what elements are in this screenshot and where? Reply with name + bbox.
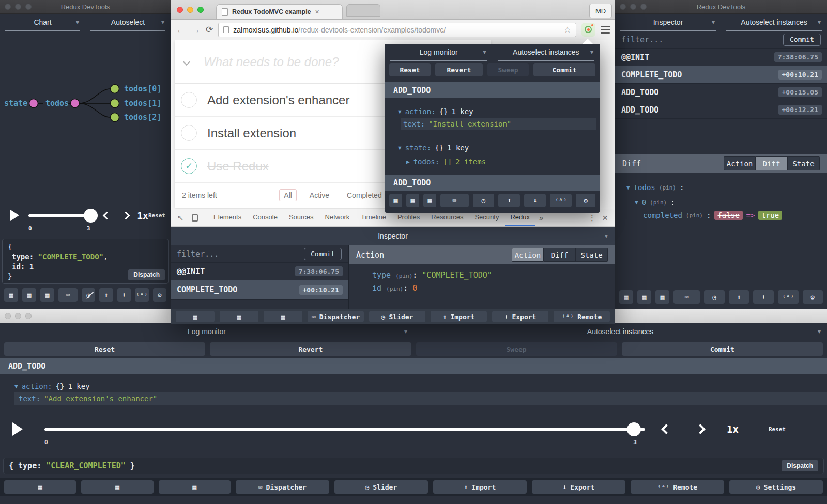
action-row[interactable]: ADD_TODO +00:12.21 xyxy=(615,101,827,119)
settings-button[interactable]: ⚙ xyxy=(803,290,823,304)
chart-node-todos[interactable] xyxy=(71,99,80,108)
tab-action[interactable]: Action xyxy=(724,156,756,170)
tab-sources[interactable]: Sources xyxy=(284,209,319,226)
commit-button[interactable]: Commit xyxy=(304,248,342,260)
remote-button[interactable]: ⁽ᴬ⁾Remote xyxy=(631,480,724,494)
dispatch-button[interactable]: Dispatch xyxy=(782,460,818,471)
action-row[interactable]: @@INIT 7:38:06.75 xyxy=(171,263,348,280)
new-todo-input[interactable]: What needs to be done? xyxy=(204,55,339,69)
minimize-window-button[interactable] xyxy=(630,4,636,10)
filter-input[interactable]: filter... xyxy=(621,35,663,44)
todo-checkbox-checked[interactable]: ✓ xyxy=(181,158,197,174)
grid-view-button[interactable]: ▦ xyxy=(4,288,18,302)
import-button[interactable]: ⬆ xyxy=(729,290,749,304)
chart-node-state[interactable] xyxy=(29,99,38,108)
step-back-icon[interactable] xyxy=(103,211,111,219)
collapse-icon[interactable]: ▼ xyxy=(626,184,630,191)
import-button[interactable]: ⬆ xyxy=(99,288,113,302)
step-forward-icon[interactable] xyxy=(695,424,706,434)
grid-view-button[interactable]: ▦ xyxy=(40,288,54,302)
devtools-monitor-select[interactable]: Inspector ▾ xyxy=(171,227,615,245)
close-icon[interactable]: × xyxy=(315,8,319,16)
grid-view-button[interactable]: ▦ xyxy=(406,194,419,207)
slider-handle[interactable] xyxy=(627,422,641,436)
slider-button[interactable]: ◷ xyxy=(704,290,725,304)
chart-node-leaf[interactable] xyxy=(111,99,119,108)
monitor-select[interactable]: Chart ▾ xyxy=(5,14,80,31)
instance-select[interactable]: Autoselect instances ▾ xyxy=(726,14,822,31)
settings-button[interactable]: ⚙ xyxy=(153,288,166,302)
minimize-window-button[interactable] xyxy=(15,4,21,10)
tree-row-text[interactable]: text: "Add extension's enhancer" xyxy=(14,392,827,405)
close-window-button[interactable] xyxy=(620,4,626,10)
dispatch-command-box[interactable]: { type: "CLEAR_COMPLETED" } Dispatch xyxy=(3,458,824,474)
close-devtools-icon[interactable]: × xyxy=(602,212,608,224)
slider-button[interactable]: ◷Slider xyxy=(334,480,428,494)
monitor-select[interactable]: Log monitor ▾ xyxy=(390,44,487,61)
zoom-window-button[interactable] xyxy=(197,7,204,13)
forward-icon[interactable]: → xyxy=(191,25,201,35)
remote-button[interactable]: ⁽ᴬ⁾ xyxy=(778,290,799,304)
dispatcher-button[interactable]: ⌨ xyxy=(58,288,78,302)
grid-view-button[interactable]: ▦ xyxy=(81,480,153,494)
grid-view-button[interactable]: ▦ xyxy=(159,480,231,494)
new-tab-button[interactable] xyxy=(346,4,380,17)
timeline-slider[interactable]: 0 3 xyxy=(28,208,98,223)
action-row[interactable]: COMPLETE_TODO +00:10.21 xyxy=(171,280,348,300)
tab-diff[interactable]: Diff xyxy=(756,156,788,170)
instance-select[interactable]: Autoselect ▾ xyxy=(90,14,165,31)
remote-button[interactable]: ⁽ᴬ⁾ xyxy=(135,288,148,302)
zoom-window-button[interactable] xyxy=(25,313,32,319)
export-button[interactable]: ⬇ xyxy=(117,288,131,302)
profile-badge[interactable]: MD xyxy=(589,4,612,18)
export-button[interactable]: ⬇ xyxy=(524,194,546,207)
expand-icon[interactable]: ▶ xyxy=(406,159,410,165)
commit-button[interactable]: Commit xyxy=(533,63,595,76)
slider-handle[interactable] xyxy=(84,209,98,223)
back-icon[interactable]: ← xyxy=(176,25,186,35)
remote-button[interactable]: ⁽ᴬ⁾ xyxy=(550,194,572,207)
reset-link[interactable]: Reset xyxy=(769,426,786,433)
dispatcher-button[interactable]: ⌨Dispatcher xyxy=(308,311,364,322)
filter-completed[interactable]: Completed xyxy=(342,189,387,201)
log-entry-header[interactable]: ADD_TODO xyxy=(385,82,600,98)
export-button[interactable]: ⬇Export xyxy=(532,480,625,494)
toggle-all-icon[interactable] xyxy=(183,58,190,65)
step-back-icon[interactable] xyxy=(661,424,671,434)
filter-all[interactable]: All xyxy=(279,189,297,201)
instance-select[interactable]: Autoselect instances ▾ xyxy=(498,44,595,61)
dispatcher-button[interactable]: ⌨ xyxy=(440,194,469,207)
grid-view-button[interactable]: ▦ xyxy=(176,311,215,322)
more-tabs-icon[interactable]: » xyxy=(536,213,546,222)
chart-node-leaf[interactable] xyxy=(111,113,119,122)
action-row[interactable]: @@INIT 7:38:06.75 xyxy=(615,49,827,66)
revert-button[interactable]: Revert xyxy=(435,63,483,76)
browser-tab[interactable]: Redux TodoMVC example × xyxy=(216,4,343,19)
remote-button[interactable]: ⁽ᴬ⁾Remote xyxy=(554,311,610,322)
close-window-button[interactable] xyxy=(177,7,183,13)
dispatcher-button[interactable]: ⌨Dispatcher xyxy=(236,480,329,494)
tab-state[interactable]: State xyxy=(788,156,820,170)
dispatch-button[interactable]: Dispatch xyxy=(128,269,165,280)
commit-button[interactable]: Commit xyxy=(622,342,823,356)
tab-console[interactable]: Console xyxy=(248,209,283,226)
menu-icon[interactable] xyxy=(601,26,610,34)
tree-row-todos[interactable]: ▶ todos: [] 2 items xyxy=(385,155,600,168)
todo-checkbox[interactable] xyxy=(181,92,197,108)
collapse-icon[interactable]: ▼ xyxy=(398,145,402,151)
import-button[interactable]: ⬆ xyxy=(498,194,520,207)
kebab-menu-icon[interactable]: ⋮ xyxy=(588,213,596,223)
filter-input[interactable]: filter... xyxy=(177,249,219,259)
bookmark-star-icon[interactable]: ☆ xyxy=(564,25,571,35)
grid-view-button[interactable]: ▦ xyxy=(22,288,36,302)
close-window-button[interactable] xyxy=(5,4,11,10)
reload-icon[interactable]: ⟳ xyxy=(206,25,213,34)
sweep-button[interactable]: Sweep xyxy=(416,342,617,356)
grid-view-button[interactable]: ▦ xyxy=(4,480,76,494)
slider-button[interactable]: ◷ xyxy=(473,194,495,207)
todo-checkbox[interactable] xyxy=(181,125,197,141)
minimize-window-button[interactable] xyxy=(187,7,193,13)
settings-button[interactable]: ⚙Settings xyxy=(729,480,823,494)
zoom-window-button[interactable] xyxy=(25,4,32,10)
filter-active[interactable]: Active xyxy=(305,189,334,201)
